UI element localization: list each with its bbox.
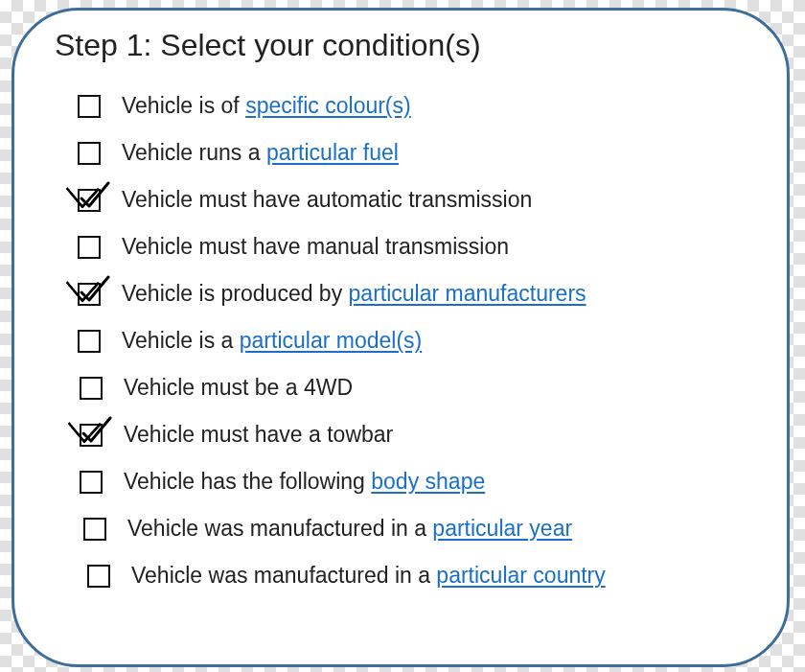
condition-row: Vehicle was manufactured in a particular… [55, 505, 758, 552]
condition-link[interactable]: particular year [432, 516, 572, 541]
condition-row: Vehicle is of specific colour(s) [55, 82, 758, 129]
condition-label: Vehicle has the following body shape [124, 469, 485, 495]
condition-label: Vehicle was manufactured in a particular… [131, 563, 606, 589]
condition-checkbox[interactable] [78, 95, 101, 118]
condition-text: Vehicle must have a towbar [124, 422, 393, 447]
condition-row: Vehicle is a particular model(s) [55, 317, 758, 364]
condition-label: Vehicle is of specific colour(s) [122, 93, 411, 119]
condition-text: Vehicle is a [122, 328, 240, 353]
condition-text: Vehicle is of [122, 93, 245, 118]
condition-label: Vehicle is produced by particular manufa… [122, 281, 586, 307]
condition-text: Vehicle was manufactured in a [127, 516, 432, 541]
condition-checkbox[interactable] [83, 518, 106, 541]
condition-checkbox[interactable] [78, 330, 101, 353]
condition-text: Vehicle is produced by [122, 281, 349, 306]
condition-link[interactable]: body shape [371, 469, 485, 494]
condition-label: Vehicle must have a towbar [124, 422, 393, 448]
condition-row: Vehicle is produced by particular manufa… [55, 270, 758, 317]
condition-label: Vehicle must have manual transmission [122, 234, 509, 260]
condition-link[interactable]: particular country [436, 563, 605, 588]
condition-checkbox[interactable] [78, 283, 101, 306]
conditions-panel: Step 1: Select your condition(s) Vehicle… [12, 8, 790, 667]
condition-text: Vehicle must have automatic transmission [122, 187, 532, 212]
condition-text: Vehicle must have manual transmission [122, 234, 509, 259]
condition-checkbox[interactable] [80, 377, 103, 400]
condition-row: Vehicle must have a towbar [55, 411, 758, 458]
condition-text: Vehicle was manufactured in a [131, 563, 436, 588]
condition-label: Vehicle runs a particular fuel [122, 140, 399, 166]
condition-label: Vehicle must have automatic transmission [122, 187, 532, 213]
condition-text: Vehicle must be a 4WD [124, 375, 353, 400]
condition-row: Vehicle must be a 4WD [55, 364, 758, 411]
condition-checkbox[interactable] [80, 424, 103, 447]
condition-text: Vehicle has the following [124, 469, 371, 494]
condition-row: Vehicle must have automatic transmission [55, 176, 758, 223]
condition-checkbox[interactable] [78, 142, 101, 165]
condition-link[interactable]: particular model(s) [240, 328, 422, 353]
condition-link[interactable]: particular fuel [266, 140, 399, 165]
condition-row: Vehicle was manufactured in a particular… [55, 552, 758, 599]
condition-link[interactable]: specific colour(s) [245, 93, 411, 118]
condition-checkbox[interactable] [87, 565, 110, 588]
conditions-list: Vehicle is of specific colour(s)Vehicle … [55, 82, 758, 599]
condition-label: Vehicle was manufactured in a particular… [127, 516, 572, 542]
condition-label: Vehicle must be a 4WD [124, 375, 353, 401]
condition-row: Vehicle has the following body shape [55, 458, 758, 505]
panel-title: Step 1: Select your condition(s) [55, 28, 758, 63]
condition-checkbox[interactable] [78, 236, 101, 259]
condition-label: Vehicle is a particular model(s) [122, 328, 422, 354]
condition-row: Vehicle runs a particular fuel [55, 129, 758, 176]
condition-checkbox[interactable] [80, 471, 103, 494]
condition-row: Vehicle must have manual transmission [55, 223, 758, 270]
condition-checkbox[interactable] [78, 189, 101, 212]
condition-text: Vehicle runs a [122, 140, 266, 165]
condition-link[interactable]: particular manufacturers [349, 281, 586, 306]
